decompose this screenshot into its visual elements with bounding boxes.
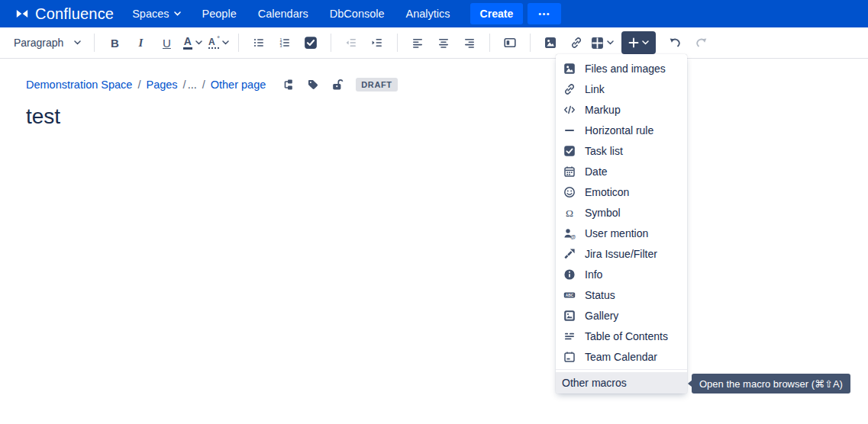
nav-item-analytics[interactable]: Analytics bbox=[405, 5, 452, 23]
nav-item-spaces[interactable]: Spaces bbox=[131, 5, 182, 23]
menu-item-markup[interactable]: Markup bbox=[556, 99, 687, 120]
nav-item-label: Analytics bbox=[406, 8, 450, 20]
page-title[interactable]: test bbox=[26, 104, 868, 129]
menu-item-horizontal-rule[interactable]: Horizontal rule bbox=[556, 120, 687, 140]
menu-item-other-macros[interactable]: Other macros bbox=[556, 372, 687, 393]
text-color-dropdown[interactable]: A bbox=[181, 31, 204, 54]
nav-item-people[interactable]: People bbox=[201, 5, 238, 23]
page-layout-button[interactable] bbox=[499, 31, 521, 54]
menu-item-label: Link bbox=[585, 83, 605, 95]
table-icon bbox=[591, 37, 604, 50]
menu-item-label: Date bbox=[585, 165, 608, 178]
align-right-icon bbox=[463, 37, 476, 49]
menu-item-task-list[interactable]: Task list bbox=[556, 140, 687, 161]
menu-item-symbol[interactable]: Ω Symbol bbox=[556, 202, 687, 223]
menu-item-label: Files and images bbox=[585, 63, 666, 75]
toolbar-separator bbox=[530, 34, 531, 52]
menu-item-label: Status bbox=[585, 289, 615, 301]
chevron-down-icon bbox=[607, 40, 614, 45]
breadcrumb-separator: / bbox=[183, 79, 186, 91]
menu-item-label: Emoticon bbox=[585, 186, 629, 198]
insert-more-content-dropdown[interactable] bbox=[621, 31, 656, 54]
link-icon bbox=[563, 83, 576, 95]
team-calendar-icon bbox=[563, 351, 576, 363]
svg-text:Ω: Ω bbox=[566, 207, 573, 218]
task-checkbox-icon bbox=[304, 36, 318, 50]
insert-table-dropdown[interactable] bbox=[591, 31, 614, 54]
menu-item-info[interactable]: Info bbox=[556, 264, 687, 284]
macro-browser-tooltip: Open the macro browser (⌘⇧A) bbox=[692, 374, 850, 393]
chevron-down-icon bbox=[195, 40, 202, 45]
nav-item-calendars[interactable]: Calendars bbox=[257, 5, 310, 23]
underline-button[interactable]: U bbox=[155, 31, 178, 54]
menu-item-files-and-images[interactable]: Files and images bbox=[556, 58, 687, 79]
status-icon: ABC bbox=[563, 289, 576, 301]
outdent-icon bbox=[345, 37, 357, 49]
menu-item-label: Markup bbox=[585, 104, 621, 116]
jira-icon bbox=[563, 248, 576, 260]
toolbar-separator bbox=[331, 34, 331, 52]
menu-item-emoticon[interactable]: Emoticon bbox=[556, 181, 687, 202]
menu-item-label: Other macros bbox=[562, 377, 627, 389]
page-layout-icon bbox=[503, 37, 517, 49]
unlock-icon[interactable] bbox=[331, 79, 344, 91]
undo-button[interactable] bbox=[663, 31, 686, 54]
align-right-button[interactable] bbox=[458, 31, 481, 54]
more-formatting-dropdown[interactable]: A° bbox=[207, 31, 230, 54]
plus-icon bbox=[628, 37, 639, 48]
bullet-list-button[interactable] bbox=[247, 31, 270, 54]
page-tree-icon[interactable] bbox=[282, 79, 295, 91]
menu-item-table-of-contents[interactable]: Table of Contents bbox=[556, 326, 687, 346]
align-center-button[interactable] bbox=[432, 31, 455, 54]
date-icon bbox=[563, 165, 576, 178]
symbol-icon: Ω bbox=[563, 207, 576, 219]
indent-button[interactable] bbox=[366, 31, 389, 54]
brand-name: Confluence bbox=[35, 5, 114, 23]
italic-button[interactable]: I bbox=[129, 31, 152, 54]
menu-item-date[interactable]: Date bbox=[556, 161, 687, 181]
text-color-icon: A bbox=[183, 36, 192, 50]
image-icon bbox=[544, 37, 557, 49]
label-tag-icon[interactable] bbox=[307, 79, 319, 91]
indent-icon bbox=[371, 37, 383, 49]
more-button[interactable]: ••• bbox=[528, 3, 561, 24]
numbered-list-button[interactable]: 1 2 3 bbox=[273, 31, 296, 54]
chevron-down-icon bbox=[74, 40, 81, 45]
menu-item-link[interactable]: Link bbox=[556, 79, 687, 99]
confluence-brand[interactable]: Confluence bbox=[15, 5, 114, 23]
toc-icon bbox=[563, 330, 576, 342]
menu-item-gallery[interactable]: Gallery bbox=[556, 305, 687, 326]
confluence-logo-icon bbox=[15, 7, 29, 21]
menu-item-status[interactable]: ABC Status bbox=[556, 284, 687, 305]
menu-item-label: Task list bbox=[585, 145, 623, 157]
breadcrumb-link-space[interactable]: Demonstration Space bbox=[26, 79, 132, 91]
menu-item-team-calendar[interactable]: Team Calendar bbox=[556, 346, 687, 367]
create-button[interactable]: Create bbox=[470, 3, 524, 24]
breadcrumb-separator: / bbox=[137, 79, 140, 91]
insert-link-button[interactable] bbox=[565, 31, 588, 54]
horizontal-rule-icon bbox=[563, 124, 576, 137]
breadcrumb-link-pages[interactable]: Pages bbox=[146, 79, 177, 91]
link-icon bbox=[570, 37, 582, 49]
insert-image-button[interactable] bbox=[539, 31, 562, 54]
menu-item-label: Symbol bbox=[585, 207, 621, 219]
breadcrumb-link-other-page[interactable]: Other page bbox=[211, 79, 266, 91]
top-nav: Confluence Spaces People Calendars DbCon… bbox=[0, 0, 868, 27]
task-list-button[interactable] bbox=[299, 31, 322, 54]
bold-button[interactable]: B bbox=[103, 31, 126, 54]
bullet-list-icon bbox=[253, 37, 265, 49]
align-center-icon bbox=[437, 37, 450, 49]
menu-item-jira-issue-filter[interactable]: Jira Issue/Filter bbox=[556, 243, 687, 264]
nav-item-dbconsole[interactable]: DbConsole bbox=[328, 5, 386, 23]
breadcrumb-ellipsis[interactable]: ... bbox=[188, 79, 197, 91]
paragraph-style-dropdown[interactable]: Paragraph bbox=[9, 31, 86, 54]
menu-item-user-mention[interactable]: @ User mention bbox=[556, 223, 687, 243]
menu-item-label: Info bbox=[585, 268, 602, 281]
align-left-button[interactable] bbox=[406, 31, 429, 54]
more-formatting-icon: A° bbox=[208, 37, 219, 49]
menu-item-label: User mention bbox=[585, 227, 648, 239]
nav-item-label: Calendars bbox=[258, 8, 308, 20]
align-left-icon bbox=[411, 37, 424, 49]
svg-text:3: 3 bbox=[280, 43, 282, 48]
toolbar-separator bbox=[238, 34, 239, 52]
